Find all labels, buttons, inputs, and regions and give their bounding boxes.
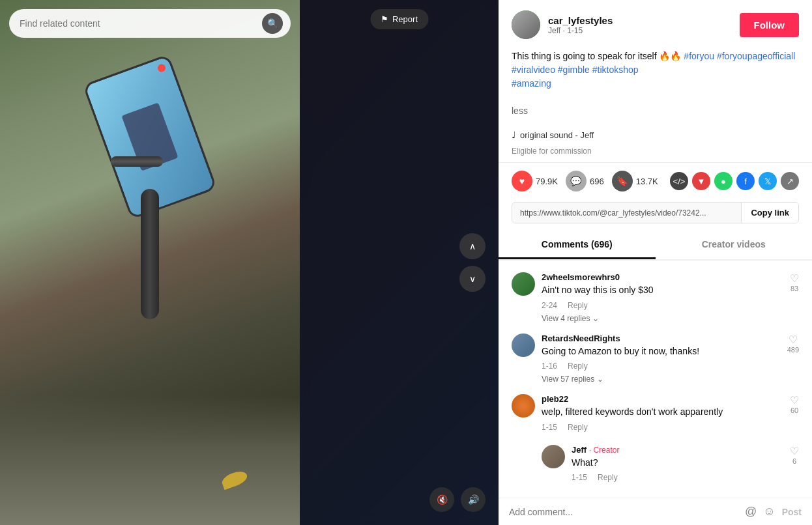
bookmark-icon[interactable]: 🔖 xyxy=(612,171,633,192)
reply-button[interactable]: Reply xyxy=(568,301,588,310)
creator-username[interactable]: car_lyfestyles xyxy=(548,15,732,26)
reply-button[interactable]: Reply xyxy=(568,423,588,432)
emoji-icon[interactable]: ☺ xyxy=(763,505,775,518)
chevron-down-icon: ⌄ xyxy=(592,314,599,323)
like-stat: ♥ 79.9K xyxy=(512,171,558,192)
comment-body: 2wheelsmorewhrs0 Ain't no way this is on… xyxy=(542,272,783,310)
description-text: This thing is going to speak for itself … xyxy=(512,51,681,61)
sound-label[interactable]: original sound - Jeff xyxy=(520,130,594,140)
bookmark-count: 13.7K xyxy=(636,177,658,186)
volume-icon: 🔊 xyxy=(468,494,479,505)
comment-like: ♡ 489 xyxy=(787,333,799,371)
add-comment-input[interactable] xyxy=(509,507,738,517)
volume-button[interactable]: 🔊 xyxy=(461,487,486,512)
view-replies-button[interactable]: View 4 replies ⌄ xyxy=(542,314,812,323)
link-row: https://www.tiktok.com/@car_lyfestyles/v… xyxy=(512,202,799,223)
search-bar[interactable]: 🔍 xyxy=(9,9,291,38)
at-icon[interactable]: @ xyxy=(745,505,757,518)
comment-like: ♡ 83 xyxy=(790,272,799,310)
comment-count: 696 xyxy=(590,177,604,186)
comment-avatar xyxy=(512,394,535,418)
info-panel: car_lyfestyles Jeff · 1-15 Follow This t… xyxy=(499,0,812,525)
view-replies-button[interactable]: View 57 replies ⌄ xyxy=(542,375,812,384)
comment-date: 1-15 xyxy=(572,473,587,482)
creator-header: car_lyfestyles Jeff · 1-15 Follow xyxy=(499,0,812,50)
whatsapp-share-button[interactable]: ● xyxy=(714,172,732,190)
comment-meta: 1-16 Reply xyxy=(542,362,781,371)
creator-meta: Jeff · 1-15 xyxy=(548,26,732,35)
report-button[interactable]: ⚑ Report xyxy=(370,9,428,29)
comment-avatar xyxy=(512,333,535,357)
facebook-share-button[interactable]: f xyxy=(736,172,755,190)
comment-like-icon[interactable]: ♡ xyxy=(790,445,799,457)
mute-button[interactable]: 🔇 xyxy=(429,487,454,512)
comment-avatar xyxy=(542,445,565,468)
comment-avatar xyxy=(512,272,535,296)
chevron-up-icon: ∧ xyxy=(469,241,476,251)
report-label: Report xyxy=(392,14,418,24)
like-count: 79.9K xyxy=(536,177,558,186)
actions-row: ♥ 79.9K 💬 696 🔖 13.7K </> ▼ ● f 𝕏 ↗ xyxy=(499,163,812,199)
arrow-down-button[interactable]: ∨ xyxy=(459,266,486,292)
hashtag-amazing[interactable]: #amazing xyxy=(512,78,551,89)
post-comment-button[interactable]: Post xyxy=(782,507,802,517)
comment-text: welp, filtered keywords don't work appar… xyxy=(542,406,783,419)
comment-body: RetardsNeedRights Going to Amazon to buy… xyxy=(542,333,781,371)
less-button[interactable]: less xyxy=(512,106,528,116)
hashtag-gimble[interactable]: #gimble xyxy=(558,64,590,75)
comment-meta: 1-15 Reply xyxy=(542,423,783,432)
twitter-share-button[interactable]: 𝕏 xyxy=(759,172,777,190)
more-share-button[interactable]: ↗ xyxy=(781,172,799,190)
comment-item: RetardsNeedRights Going to Amazon to buy… xyxy=(499,327,812,378)
comment-item: pleb22 welp, filtered keywords don't wor… xyxy=(499,388,812,438)
reply-button[interactable]: Reply xyxy=(568,362,588,371)
comment-username[interactable]: pleb22 xyxy=(542,394,783,404)
record-indicator xyxy=(156,63,166,73)
commission-label: Eligible for commission xyxy=(512,147,592,156)
search-input[interactable] xyxy=(20,18,262,29)
tab-creator-videos[interactable]: Creator videos xyxy=(656,231,813,259)
comment-username[interactable]: RetardsNeedRights xyxy=(542,333,781,343)
comment-meta: 2-24 Reply xyxy=(542,301,783,310)
sub-comment-item: Jeff · Creator What? 1-15 Reply ♡ 6 xyxy=(529,438,812,489)
comment-like-icon[interactable]: ♡ xyxy=(789,333,798,346)
share-icons: </> ▼ ● f 𝕏 ↗ xyxy=(670,172,799,190)
follow-button[interactable]: Follow xyxy=(740,13,800,37)
gimbal-visual xyxy=(52,39,248,430)
comment-text: Ain't no way this is only $30 xyxy=(542,284,783,297)
report-icon: ⚑ xyxy=(381,14,388,24)
comment-username[interactable]: 2wheelsmorewhrs0 xyxy=(542,272,783,282)
hashtag-viralvideo[interactable]: #viralvideo xyxy=(512,64,555,75)
hashtag-foryoupageofficiall[interactable]: #foryoupageofficiall xyxy=(717,51,795,61)
comment-meta: 1-15 Reply xyxy=(572,473,783,482)
heart-icon[interactable]: ♥ xyxy=(512,171,532,192)
input-actions: @ ☺ Post xyxy=(745,505,802,518)
reply-author: Jeff xyxy=(572,445,587,455)
comment-like-count: 489 xyxy=(787,346,799,354)
creator-badge: · Creator xyxy=(589,446,620,455)
comment-like-icon[interactable]: ♡ xyxy=(790,272,799,285)
comment-icon[interactable]: 💬 xyxy=(566,171,587,192)
comment-username[interactable]: Jeff · Creator xyxy=(572,445,783,455)
embed-button[interactable]: </> xyxy=(670,172,688,190)
reply-button[interactable]: Reply xyxy=(598,473,618,482)
arrow-up-button[interactable]: ∧ xyxy=(459,233,486,259)
search-icon[interactable]: 🔍 xyxy=(262,13,283,34)
comment-stat: 💬 696 xyxy=(566,171,604,192)
comment-text: What? xyxy=(572,457,783,470)
sound-row: ♩ original sound - Jeff xyxy=(499,124,812,145)
avatar-image xyxy=(512,10,540,39)
bookmark-stat: 🔖 13.7K xyxy=(612,171,658,192)
tab-comments[interactable]: Comments (696) xyxy=(499,231,656,259)
comment-body: Jeff · Creator What? 1-15 Reply xyxy=(572,445,783,483)
comment-like: ♡ 60 xyxy=(790,394,799,432)
pinterst-share-button[interactable]: ▼ xyxy=(692,172,710,190)
comment-like-icon[interactable]: ♡ xyxy=(790,394,799,406)
add-comment-row: @ ☺ Post xyxy=(499,498,812,525)
comment-like-count: 60 xyxy=(790,406,798,414)
chevron-down-icon: ⌄ xyxy=(597,375,603,384)
hashtag-foryou[interactable]: #foryou xyxy=(684,51,714,61)
copy-link-button[interactable]: Copy link xyxy=(741,203,798,223)
nav-arrows: ∧ ∨ xyxy=(459,233,486,292)
hashtag-tiktokshop[interactable]: #tiktokshop xyxy=(592,64,639,75)
